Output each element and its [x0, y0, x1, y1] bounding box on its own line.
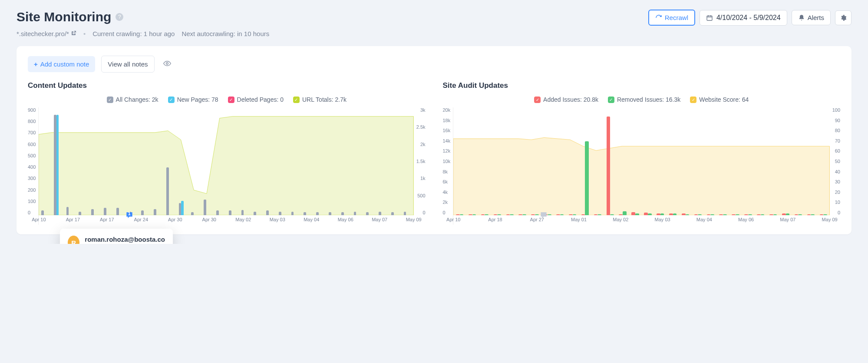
bar[interactable] — [607, 117, 611, 215]
bar[interactable] — [698, 214, 702, 215]
bar[interactable] — [761, 214, 765, 215]
bar[interactable] — [610, 214, 614, 215]
legend-website-score[interactable]: ✓Website Score: 64 — [690, 96, 749, 103]
bar[interactable] — [241, 210, 244, 215]
plot-area[interactable] — [453, 107, 829, 215]
bar[interactable] — [623, 211, 627, 215]
bar[interactable] — [254, 212, 256, 215]
bar[interactable] — [820, 214, 824, 215]
legend-removed-issues[interactable]: ✓Removed Issues: 16.3k — [608, 96, 680, 103]
bar[interactable] — [460, 214, 464, 215]
date-range-picker[interactable]: 4/10/2024 - 5/9/2024 — [700, 10, 787, 26]
bar[interactable] — [116, 208, 119, 215]
legend-added-issues[interactable]: ✓Added Issues: 20.8k — [534, 96, 598, 103]
bar[interactable] — [807, 214, 811, 215]
bar[interactable] — [694, 214, 698, 215]
bar[interactable] — [469, 214, 472, 215]
bar[interactable] — [648, 213, 652, 215]
settings-button[interactable] — [835, 10, 851, 25]
bar[interactable] — [279, 212, 281, 215]
bar[interactable] — [522, 214, 526, 215]
bar[interactable] — [597, 214, 601, 215]
bar[interactable] — [216, 210, 219, 215]
visibility-toggle[interactable] — [161, 57, 174, 72]
bar[interactable] — [631, 212, 635, 215]
bar[interactable] — [594, 214, 598, 215]
bar[interactable] — [732, 214, 736, 215]
bar[interactable] — [736, 214, 739, 215]
bar[interactable] — [673, 213, 677, 215]
bar[interactable] — [569, 214, 573, 215]
bar[interactable] — [66, 207, 69, 215]
bar[interactable] — [497, 214, 501, 215]
legend-new-pages[interactable]: ✓New Pages: 78 — [168, 96, 218, 103]
bar[interactable] — [316, 212, 319, 215]
bar[interactable] — [795, 214, 799, 215]
bar[interactable] — [291, 212, 294, 215]
bar[interactable] — [707, 214, 711, 215]
bar[interactable] — [485, 214, 488, 215]
bar[interactable] — [669, 213, 673, 215]
bar[interactable] — [535, 214, 539, 215]
bar[interactable] — [635, 213, 639, 215]
bar[interactable] — [719, 214, 723, 215]
bar[interactable] — [154, 209, 156, 215]
bar[interactable] — [404, 212, 406, 215]
legend-all-changes[interactable]: ✓All Changes: 2k — [107, 96, 158, 103]
bar[interactable] — [91, 209, 94, 215]
help-icon[interactable]: ? — [116, 13, 123, 21]
bar[interactable] — [366, 212, 369, 215]
bar[interactable] — [229, 210, 231, 215]
bar[interactable] — [391, 212, 394, 215]
bar[interactable] — [494, 214, 498, 215]
bar[interactable] — [757, 214, 761, 215]
view-notes-button[interactable]: View all notes — [101, 56, 154, 73]
bar[interactable] — [769, 214, 773, 215]
bar[interactable] — [531, 214, 535, 215]
bar[interactable] — [560, 214, 564, 215]
bar[interactable] — [472, 214, 476, 215]
bar[interactable] — [773, 214, 777, 215]
bar[interactable] — [744, 214, 748, 215]
bar[interactable] — [329, 212, 331, 215]
bar[interactable] — [811, 214, 815, 215]
bar[interactable] — [573, 214, 577, 215]
bar[interactable] — [266, 210, 269, 215]
bar[interactable] — [341, 212, 344, 215]
domain-link[interactable]: *.sitechecker.pro/* — [17, 30, 76, 37]
bar[interactable] — [660, 213, 664, 215]
bar[interactable] — [686, 214, 690, 215]
legend-deleted-pages[interactable]: ✓Deleted Pages: 0 — [228, 96, 284, 103]
bar[interactable] — [823, 214, 827, 215]
bar[interactable] — [481, 214, 485, 215]
bar[interactable] — [644, 213, 648, 215]
bar[interactable] — [304, 212, 306, 215]
bar[interactable] — [141, 210, 144, 215]
bar[interactable] — [354, 212, 356, 215]
bar[interactable] — [181, 201, 184, 215]
bar[interactable] — [710, 214, 714, 215]
bar[interactable] — [518, 214, 522, 215]
bar[interactable] — [798, 214, 802, 215]
bar[interactable] — [379, 212, 381, 215]
bar[interactable] — [619, 214, 623, 215]
bar[interactable] — [510, 214, 514, 215]
legend-url-totals[interactable]: ✓URL Totals: 2.7k — [293, 96, 347, 103]
bar[interactable] — [556, 214, 560, 215]
bar[interactable] — [782, 213, 786, 215]
bar[interactable] — [506, 214, 510, 215]
add-note-button[interactable]: + Add custom note — [28, 56, 95, 72]
bar[interactable] — [191, 212, 194, 215]
bar[interactable] — [786, 213, 790, 215]
bar[interactable] — [79, 212, 81, 215]
bar[interactable] — [682, 213, 686, 215]
recrawl-button[interactable]: Recrawl — [648, 10, 695, 26]
bar[interactable] — [41, 210, 44, 215]
bar[interactable] — [657, 213, 660, 215]
alerts-button[interactable]: Alerts — [792, 10, 831, 25]
bar[interactable] — [204, 200, 206, 215]
bar[interactable] — [166, 167, 169, 215]
bar[interactable] — [104, 208, 106, 215]
bar[interactable] — [585, 141, 589, 215]
bar[interactable] — [56, 115, 59, 215]
